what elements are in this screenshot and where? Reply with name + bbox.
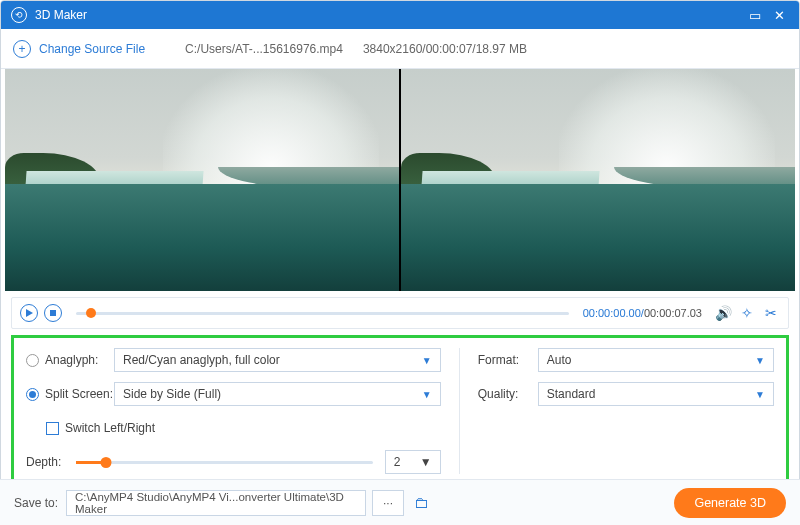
stop-button[interactable]	[44, 304, 62, 322]
anaglyph-row: Anaglyph: Red/Cyan anaglyph, full color …	[26, 348, 441, 372]
generate-3d-label: Generate 3D	[694, 496, 766, 510]
browse-button[interactable]: ···	[372, 490, 404, 516]
preview-right-eye	[401, 69, 795, 291]
app-icon: ⟲	[11, 7, 27, 23]
close-button[interactable]: ✕	[769, 8, 789, 23]
format-select[interactable]: Auto ▼	[538, 348, 774, 372]
save-to-label: Save to:	[14, 496, 58, 510]
timecode: 00:00:00.00/00:00:07.03	[583, 307, 702, 319]
anaglyph-select[interactable]: Red/Cyan anaglyph, full color ▼	[114, 348, 441, 372]
anaglyph-value: Red/Cyan anaglyph, full color	[123, 353, 280, 367]
anaglyph-label: Anaglyph:	[45, 353, 98, 367]
caret-down-icon: ▼	[420, 455, 432, 469]
svg-marker-0	[26, 309, 33, 317]
plus-icon: +	[13, 40, 31, 58]
format-value: Auto	[547, 353, 572, 367]
seek-thumb[interactable]	[86, 308, 96, 318]
quality-label: Quality:	[478, 387, 519, 401]
source-file-info: 3840x2160/00:00:07/18.97 MB	[363, 42, 527, 56]
quality-select[interactable]: Standard ▼	[538, 382, 774, 406]
split-screen-row: Split Screen: Side by Side (Full) ▼	[26, 382, 441, 406]
generate-3d-button[interactable]: Generate 3D	[674, 488, 786, 518]
format-row: Format: Auto ▼	[478, 348, 774, 372]
video-preview	[5, 69, 795, 291]
time-duration: 00:00:07.03	[644, 307, 702, 319]
change-source-label: Change Source File	[39, 42, 145, 56]
change-source-button[interactable]: + Change Source File	[13, 40, 145, 58]
window-title: 3D Maker	[35, 8, 741, 22]
depth-value-select[interactable]: 2 ▼	[385, 450, 441, 474]
depth-value: 2	[394, 455, 401, 469]
title-bar: ⟲ 3D Maker ▭ ✕	[1, 1, 799, 29]
split-screen-select[interactable]: Side by Side (Full) ▼	[114, 382, 441, 406]
settings-left-column: Anaglyph: Red/Cyan anaglyph, full color …	[26, 348, 459, 474]
seek-slider[interactable]	[76, 312, 569, 315]
time-current: 00:00:00.00	[583, 307, 641, 319]
depth-row: Depth: 2 ▼	[26, 450, 441, 474]
caret-down-icon: ▼	[755, 355, 765, 366]
split-screen-value: Side by Side (Full)	[123, 387, 221, 401]
switch-lr-checkbox[interactable]	[46, 422, 59, 435]
split-screen-label: Split Screen:	[45, 387, 113, 401]
bottom-bar: Save to: C:\AnyMP4 Studio\AnyMP4 Vi...on…	[0, 479, 800, 525]
snapshot-icon[interactable]: ✧	[738, 305, 756, 321]
volume-icon[interactable]: 🔊	[714, 305, 732, 321]
quality-row: Quality: Standard ▼	[478, 382, 774, 406]
depth-label: Depth:	[26, 455, 61, 469]
open-folder-icon[interactable]: 🗀	[414, 494, 429, 511]
caret-down-icon: ▼	[755, 389, 765, 400]
source-toolbar: + Change Source File C:/Users/AT-...1561…	[1, 29, 799, 69]
caret-down-icon: ▼	[422, 389, 432, 400]
format-label: Format:	[478, 353, 519, 367]
settings-panel: Anaglyph: Red/Cyan anaglyph, full color …	[11, 335, 789, 487]
switch-lr-label: Switch Left/Right	[65, 421, 155, 435]
split-screen-radio[interactable]	[26, 388, 39, 401]
playback-controls: 00:00:00.00/00:00:07.03 🔊 ✧ ✂	[11, 297, 789, 329]
depth-slider[interactable]	[76, 461, 373, 464]
play-button[interactable]	[20, 304, 38, 322]
save-path-value: C:\AnyMP4 Studio\AnyMP4 Vi...onverter Ul…	[75, 491, 357, 515]
svg-rect-1	[50, 310, 56, 316]
switch-lr-row: Switch Left/Right	[26, 416, 441, 440]
minimize-button[interactable]: ▭	[745, 8, 765, 23]
settings-right-column: Format: Auto ▼ Quality: Standard ▼	[459, 348, 774, 474]
source-file-path: C:/Users/AT-...15616976.mp4	[185, 42, 343, 56]
anaglyph-radio[interactable]	[26, 354, 39, 367]
preview-left-eye	[5, 69, 399, 291]
save-path-field[interactable]: C:\AnyMP4 Studio\AnyMP4 Vi...onverter Ul…	[66, 490, 366, 516]
quality-value: Standard	[547, 387, 596, 401]
caret-down-icon: ▼	[422, 355, 432, 366]
cut-icon[interactable]: ✂	[762, 305, 780, 321]
depth-thumb[interactable]	[100, 457, 111, 468]
